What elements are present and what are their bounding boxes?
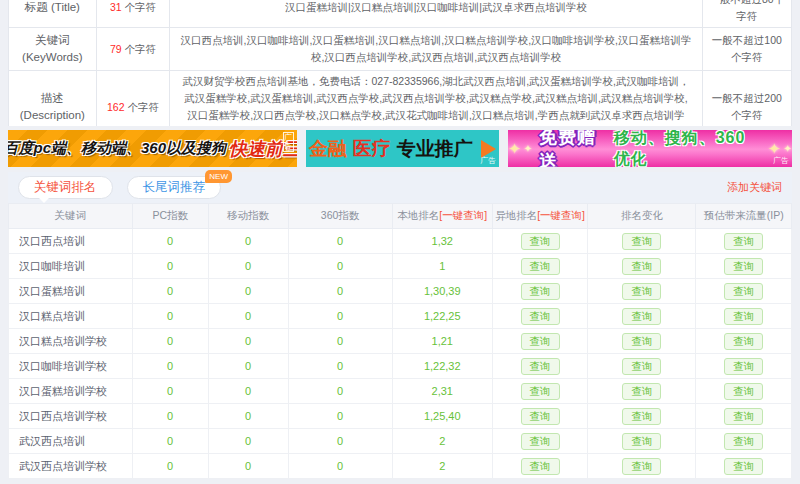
local-rank-value: 1,22,32	[392, 354, 492, 379]
table-row: 武汉西点培训学校 0 0 0 2 查询 查询 查询	[9, 454, 792, 479]
query-traffic-button[interactable]: 查询	[724, 433, 763, 450]
query-change-button[interactable]: 查询	[622, 458, 661, 475]
est-traffic-cell: 查询	[696, 404, 792, 429]
mobile-index-value: 0	[208, 304, 288, 329]
ad-tag: 广告	[480, 155, 496, 166]
meta-keywords-note: 一般不超过100个字符	[702, 28, 791, 71]
query-traffic-button[interactable]: 查询	[724, 258, 763, 275]
col-pc-index: PC指数	[132, 204, 208, 229]
ad-tag: 广告	[773, 155, 789, 166]
mobile-index-value: 0	[208, 254, 288, 279]
query-change-button[interactable]: 查询	[622, 383, 661, 400]
firework-icon: ✦	[524, 143, 532, 154]
col-est-traffic: 预估带来流量(IP)	[696, 204, 792, 229]
rank-change-cell: 查询	[588, 354, 696, 379]
meta-title-note: 一般不超过80个字符	[702, 0, 791, 28]
col-label: 本地排名	[397, 209, 439, 221]
ad-banner-row: 百度pc端、移动端、360以及搜狗 快速前三 广告 金融 医疗 专业推广 广告 …	[8, 130, 792, 167]
query-change-button[interactable]: 查询	[622, 408, 661, 425]
remote-rank-cell: 查询	[492, 379, 588, 404]
local-rank-value: 1,21	[392, 329, 492, 354]
query-change-button[interactable]: 查询	[622, 283, 661, 300]
ad-banner-finance[interactable]: 金融 医疗 专业推广 广告	[306, 130, 500, 167]
char-count-unit: 个字符	[128, 101, 160, 113]
col-rank-change: 排名变化	[588, 204, 696, 229]
keyword-cell: 汉口咖啡培训	[9, 254, 133, 279]
remote-one-click-query-link[interactable]: [一键查询]	[537, 209, 585, 221]
query-remote-button[interactable]: 查询	[521, 408, 560, 425]
pc-index-value: 0	[132, 404, 208, 429]
query-change-button[interactable]: 查询	[622, 233, 661, 250]
ad-banner-baidu[interactable]: 百度pc端、移动端、360以及搜狗 快速前三 广告	[8, 130, 297, 167]
ad-banner-free-gift[interactable]: ✦✦ 免费赠送 移动、搜狗、360优化 ✦✦ 广告	[508, 130, 792, 167]
remote-rank-cell: 查询	[492, 279, 588, 304]
query-remote-button[interactable]: 查询	[521, 258, 560, 275]
rank-change-cell: 查询	[588, 429, 696, 454]
query-remote-button[interactable]: 查询	[521, 433, 560, 450]
mobile-index-value: 0	[208, 454, 288, 479]
query-change-button[interactable]: 查询	[622, 433, 661, 450]
mobile-index-value: 0	[208, 279, 288, 304]
mobile-index-value: 0	[208, 379, 288, 404]
remote-rank-cell: 查询	[492, 454, 588, 479]
local-one-click-query-link[interactable]: [一键查询]	[439, 209, 487, 221]
rank-tab-bar: 关键词排名 长尾词推荐NEW 添加关键词	[8, 172, 792, 203]
meta-description-content: 武汉财贸学校西点培训基地，免费电话：027-82335966,湖北武汉西点培训,…	[170, 71, 702, 127]
query-remote-button[interactable]: 查询	[521, 358, 560, 375]
query-traffic-button[interactable]: 查询	[724, 458, 763, 475]
meta-description-note: 一般不超过200个字符	[702, 71, 791, 127]
est-traffic-cell: 查询	[696, 229, 792, 254]
ad-text: 专业推广	[397, 136, 473, 162]
keyword-rank-table: 关键词 PC指数 移动指数 360指数 本地排名[一键查询] 异地排名[一键查询…	[8, 203, 792, 479]
meta-title-count: 31个字符	[96, 0, 170, 28]
table-row: 汉口糕点培训 0 0 0 1,22,25 查询 查询 查询	[9, 304, 792, 329]
local-rank-value: 1,30,39	[392, 279, 492, 304]
query-remote-button[interactable]: 查询	[521, 283, 560, 300]
query-traffic-button[interactable]: 查询	[724, 233, 763, 250]
query-change-button[interactable]: 查询	[622, 308, 661, 325]
col-local-rank: 本地排名[一键查询]	[392, 204, 492, 229]
query-change-button[interactable]: 查询	[622, 358, 661, 375]
char-count-value: 162	[107, 101, 125, 113]
rank-change-cell: 查询	[588, 304, 696, 329]
mobile-index-value: 0	[208, 429, 288, 454]
meta-title-label: 标题 (Title)	[9, 0, 97, 28]
360-index-value: 0	[288, 254, 392, 279]
query-change-button[interactable]: 查询	[622, 258, 661, 275]
query-traffic-button[interactable]: 查询	[724, 333, 763, 350]
remote-rank-cell: 查询	[492, 304, 588, 329]
query-remote-button[interactable]: 查询	[521, 383, 560, 400]
page: 标题 (Title) 31个字符 汉口蛋糕培训|汉口糕点培训|汉口咖啡培训|武汉…	[0, 0, 800, 479]
add-keyword-link[interactable]: 添加关键词	[727, 180, 782, 195]
query-change-button[interactable]: 查询	[622, 333, 661, 350]
keyword-cell: 汉口西点培训学校	[9, 404, 133, 429]
query-remote-button[interactable]: 查询	[521, 458, 560, 475]
keyword-cell: 汉口蛋糕培训	[9, 279, 133, 304]
table-row: 汉口西点培训学校 0 0 0 1,25,40 查询 查询 查询	[9, 404, 792, 429]
query-traffic-button[interactable]: 查询	[724, 358, 763, 375]
new-badge: NEW	[205, 170, 232, 183]
query-remote-button[interactable]: 查询	[521, 308, 560, 325]
mobile-index-value: 0	[208, 229, 288, 254]
remote-rank-cell: 查询	[492, 229, 588, 254]
tab-longtail-suggest[interactable]: 长尾词推荐NEW	[127, 176, 222, 199]
query-traffic-button[interactable]: 查询	[724, 283, 763, 300]
tab-label: 长尾词推荐	[143, 180, 206, 194]
query-traffic-button[interactable]: 查询	[724, 383, 763, 400]
query-traffic-button[interactable]: 查询	[724, 408, 763, 425]
360-index-value: 0	[288, 304, 392, 329]
meta-row-keywords: 关键词 (KeyWords) 79个字符 汉口西点培训,汉口咖啡培训,汉口蛋糕培…	[9, 28, 792, 71]
remote-rank-cell: 查询	[492, 354, 588, 379]
est-traffic-cell: 查询	[696, 454, 792, 479]
est-traffic-cell: 查询	[696, 254, 792, 279]
query-remote-button[interactable]: 查询	[521, 333, 560, 350]
360-index-value: 0	[288, 229, 392, 254]
char-count-value: 79	[110, 43, 122, 55]
query-remote-button[interactable]: 查询	[521, 233, 560, 250]
tab-keyword-rank[interactable]: 关键词排名	[18, 176, 113, 199]
pc-index-value: 0	[132, 229, 208, 254]
char-count-unit: 个字符	[125, 1, 157, 13]
local-rank-value: 1,25,40	[392, 404, 492, 429]
query-traffic-button[interactable]: 查询	[724, 308, 763, 325]
pc-index-value: 0	[132, 279, 208, 304]
